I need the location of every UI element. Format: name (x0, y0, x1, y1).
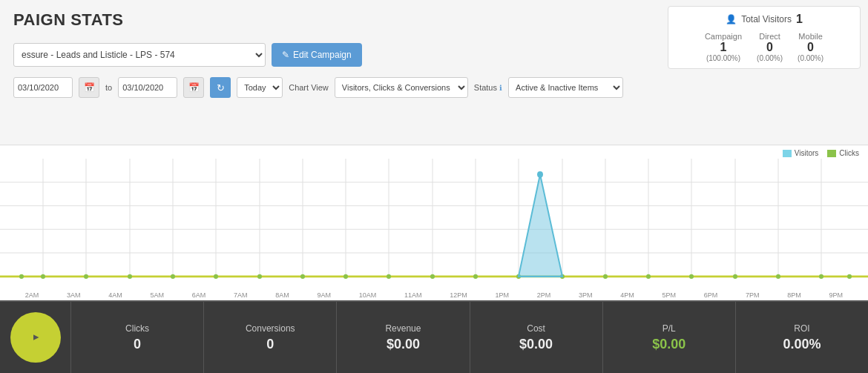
svg-point-38 (603, 274, 608, 279)
conversions-stat: Conversions 0 (204, 302, 337, 373)
visitors-color-box (783, 150, 792, 157)
svg-marker-45 (519, 174, 562, 277)
chart-view-select[interactable]: Visitors, Clicks & Conversions (335, 77, 468, 98)
svg-point-41 (733, 274, 737, 279)
x-axis: 2AM 3AM 4AM 5AM 6AM 7AM 8AM 9AM 10AM 11A… (0, 291, 868, 299)
svg-point-31 (300, 274, 305, 279)
clicks-color-box (827, 150, 836, 157)
date-controls-row: 📅 to 📅 ↻ Today Chart View Visitors, Clic… (0, 73, 868, 102)
date-start-input[interactable] (13, 77, 73, 98)
to-label: to (105, 83, 112, 92)
cost-stat: Cost $0.00 (470, 302, 603, 373)
calendar-start-button[interactable]: 📅 (79, 77, 99, 98)
roi-stat: ROI 0.00% (736, 302, 868, 373)
legend-visitors: Visitors (783, 149, 819, 157)
status-label: Status ℹ (474, 83, 502, 92)
stats-mobile: Mobile 0 (0.00%) (798, 32, 823, 62)
date-end-input[interactable] (118, 77, 177, 98)
svg-point-34 (430, 274, 435, 279)
cursor-indicator (33, 334, 39, 340)
revenue-stat: Revenue $0.00 (337, 302, 470, 373)
svg-point-24 (19, 274, 24, 279)
calendar-end-button[interactable]: 📅 (183, 77, 204, 98)
clicks-stat: Clicks 0 (71, 302, 204, 373)
bottom-stats-bar: Clicks 0 Conversions 0 Revenue $0.00 Cos… (0, 300, 868, 373)
svg-point-29 (214, 274, 218, 279)
stats-direct: Direct 0 (0.00%) (757, 32, 783, 62)
pl-stat: P/L $0.00 (603, 302, 736, 373)
refresh-button[interactable]: ↻ (210, 77, 231, 98)
status-select[interactable]: Active & Inactive Items (508, 77, 623, 98)
controls-row: essure - Leads and Listicle - LPS - 574 … (0, 37, 868, 73)
chart-svg (0, 159, 868, 292)
svg-point-35 (473, 274, 478, 279)
svg-point-44 (847, 274, 852, 279)
campaign-select[interactable]: essure - Leads and Listicle - LPS - 574 (13, 43, 266, 67)
stats-panel: 👤 Total Visitors 1 Campaign 1 (100.00%) … (668, 6, 861, 69)
svg-point-28 (171, 274, 175, 279)
svg-point-39 (646, 274, 651, 279)
svg-point-33 (387, 274, 391, 279)
svg-point-32 (343, 274, 348, 279)
yellow-circle (10, 312, 61, 363)
stats-campaign: Campaign 1 (100.00%) (705, 32, 742, 62)
chart-view-label: Chart View (289, 83, 329, 92)
edit-campaign-button[interactable]: ✎ Edit Campaign (272, 43, 362, 67)
status-info-icon: ℹ (499, 84, 502, 92)
svg-point-42 (776, 274, 780, 279)
svg-point-27 (128, 274, 132, 279)
chart-legend: Visitors Clicks (783, 149, 859, 157)
svg-point-26 (84, 274, 88, 279)
svg-point-40 (689, 274, 694, 279)
legend-clicks: Clicks (827, 149, 859, 157)
top-section: PAIGN STATS essure - Leads and Listicle … (0, 0, 868, 145)
period-select[interactable]: Today (237, 77, 283, 98)
svg-point-43 (819, 274, 823, 279)
svg-point-30 (257, 274, 262, 279)
stats-cols: Campaign 1 (100.00%) Direct 0 (0.00%) Mo… (680, 32, 848, 62)
svg-point-46 (537, 171, 543, 177)
chart-section: Visitors Clicks (0, 145, 868, 300)
svg-point-25 (41, 274, 45, 279)
first-stat-cell (0, 302, 71, 373)
stats-panel-header: 👤 Total Visitors 1 (680, 13, 848, 26)
user-icon: 👤 (726, 14, 737, 24)
edit-icon: ✎ (282, 50, 289, 60)
